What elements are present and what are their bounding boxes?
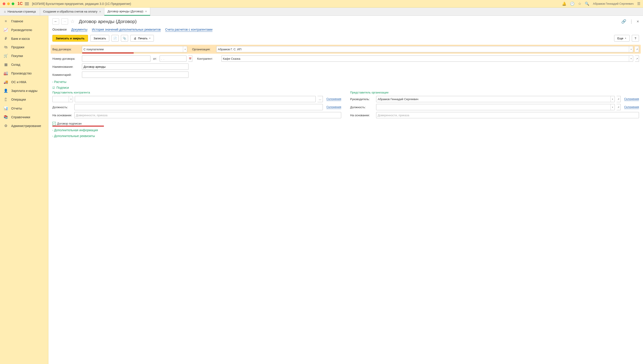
search-icon[interactable]: 🔍 <box>585 2 589 6</box>
help-button[interactable]: ? <box>632 35 639 42</box>
more-button[interactable]: Еще <box>614 35 629 42</box>
chevron-right-icon: › <box>52 80 53 83</box>
sidebar-label: Зарплата и кадры <box>11 89 37 92</box>
link-icon[interactable]: 🔗 <box>621 19 626 24</box>
rep-name-input[interactable] <box>75 96 316 102</box>
dropdown-icon[interactable]: ▾ <box>629 56 633 62</box>
favorite-star-icon[interactable]: ☆ <box>70 18 77 24</box>
bell-icon[interactable]: 🔔 <box>562 2 566 6</box>
tab-label: Создание и обработка счетов на оплату <box>43 10 97 13</box>
kebab-icon[interactable]: ⋮ <box>629 19 633 24</box>
calc-section-toggle[interactable]: ›Расчеты <box>52 80 639 84</box>
extra-info-toggle[interactable]: ›Дополнительная информация <box>52 128 639 132</box>
rep-title-select[interactable]: ▾ <box>52 96 73 102</box>
sidebar-item-admin[interactable]: ⚙Администрирование <box>0 122 48 130</box>
dropdown-icon[interactable]: ▾ <box>629 46 633 52</box>
attachment-button[interactable]: 📎 <box>121 35 128 42</box>
calendar-button[interactable]: 📅 <box>188 56 192 62</box>
print-button[interactable]: 🖨Печать <box>130 35 154 42</box>
org-basis-input[interactable] <box>376 112 639 118</box>
declension-link[interactable]: Склонения <box>624 97 639 101</box>
subnav-main[interactable]: Основное <box>52 28 67 32</box>
sidebar-item-reports[interactable]: 📊Отчеты <box>0 104 48 113</box>
open-head-button[interactable]: ↗ <box>616 96 621 102</box>
position-input[interactable] <box>74 104 323 110</box>
organization-select[interactable]: Абрамов Г. С. ИП ▾ <box>216 46 633 52</box>
sidebar: ≡Главное 📈Руководителю ₽Банк и касса 🛍Пр… <box>0 16 48 364</box>
sidebar-item-manager[interactable]: 📈Руководителю <box>0 26 48 34</box>
name-input[interactable] <box>82 64 188 70</box>
sidebar-item-operations[interactable]: Дт КтОперации <box>0 95 48 104</box>
user-name[interactable]: Абрамов Геннадий Сергеевич <box>593 2 633 5</box>
close-tab-icon[interactable]: × <box>145 10 147 13</box>
subnav-history[interactable]: История значений дополнительных реквизит… <box>92 28 160 32</box>
subnav-accounts[interactable]: Счета расчетов с контрагентами <box>165 28 212 32</box>
sidebar-item-main[interactable]: ≡Главное <box>0 17 48 26</box>
tab-home[interactable]: ⌂ Начальная страница <box>0 8 40 16</box>
close-page-icon[interactable]: × <box>636 19 639 24</box>
number-label: Номер договора: <box>52 57 80 60</box>
star-icon[interactable]: ☆ <box>578 2 581 6</box>
subnav-docs[interactable]: Документы <box>71 28 87 32</box>
factory-icon: 🏭 <box>4 71 8 75</box>
sidebar-item-production[interactable]: 🏭Производство <box>0 69 48 78</box>
tab-home-label: Начальная страница <box>8 10 36 13</box>
tab-contract[interactable]: Договор аренды (Договор) × <box>104 8 150 16</box>
content-area: ← → ☆ Договор аренды (Договор) 🔗 ⋮ × Осн… <box>48 16 643 364</box>
forward-button[interactable]: → <box>61 18 68 24</box>
chart-icon: 📈 <box>4 28 8 32</box>
date-input[interactable] <box>160 56 186 62</box>
signed-label: Договор подписан <box>57 122 82 125</box>
position-label: Должность: <box>350 106 374 109</box>
maximize-window-icon[interactable] <box>12 2 14 5</box>
close-window-icon[interactable] <box>3 2 5 5</box>
name-label: Наименование: <box>52 65 80 68</box>
org-rep-column: Представитель организации Руководитель: … <box>350 91 639 120</box>
declension-link[interactable]: Склонения <box>326 105 341 109</box>
from-label: от: <box>153 57 157 60</box>
printer-icon: 🖨 <box>134 37 137 40</box>
head-select[interactable]: Абрамов Геннадий Сергеевич ▾ <box>376 96 615 102</box>
minimize-window-icon[interactable] <box>7 2 10 5</box>
extra-req-toggle[interactable]: ›Дополнительные реквизиты <box>52 134 639 138</box>
org-value: Абрамов Г. С. ИП <box>218 48 241 51</box>
document-button[interactable]: 📄 <box>111 35 119 42</box>
basis-input[interactable] <box>74 112 341 118</box>
dropdown-icon[interactable]: ▾ <box>183 46 187 52</box>
save-button[interactable]: Записать <box>90 35 109 42</box>
comment-input[interactable] <box>82 72 188 78</box>
ruble-icon: ₽ <box>4 36 8 41</box>
sidebar-item-refs[interactable]: 📚Справочники <box>0 113 48 122</box>
sidebar-item-warehouse[interactable]: ▦Склад <box>0 60 48 69</box>
open-org-button[interactable]: ↗ <box>635 46 639 52</box>
signatures-section-toggle[interactable]: Подписи <box>52 86 639 90</box>
signed-checkbox[interactable]: ✓ <box>52 122 56 125</box>
contract-type-select[interactable]: С покупателем ▾ <box>82 46 187 52</box>
dropdown-icon[interactable]: ▾ <box>610 104 614 110</box>
dropdown-icon[interactable]: ▾ <box>69 96 73 102</box>
open-position-button[interactable]: ↗ <box>616 104 621 110</box>
close-tab-icon[interactable]: × <box>99 10 101 14</box>
settings-icon[interactable]: ☰ <box>637 2 640 6</box>
sidebar-label: Продажи <box>11 46 24 49</box>
dropdown-icon[interactable]: ▾ <box>610 96 614 102</box>
sidebar-item-assets[interactable]: 🚚ОС и НМА <box>0 78 48 86</box>
contractor-select[interactable]: Кафе Сказка ▾ <box>222 56 633 62</box>
save-close-button[interactable]: Записать и закрыть <box>52 35 88 42</box>
main-menu-icon[interactable] <box>25 2 29 6</box>
declension-link[interactable]: Склонения <box>326 97 341 101</box>
declension-link[interactable]: Склонения <box>624 105 639 109</box>
number-input[interactable] <box>82 56 150 62</box>
tab-invoices[interactable]: Создание и обработка счетов на оплату × <box>40 8 105 16</box>
back-button[interactable]: ← <box>52 18 59 24</box>
lookup-button[interactable]: … <box>317 96 323 102</box>
name-row: Наименование: <box>52 64 639 70</box>
person-icon: 👤 <box>4 88 8 93</box>
sidebar-item-purchases[interactable]: 🛒Покупки <box>0 52 48 60</box>
sidebar-item-sales[interactable]: 🛍Продажи <box>0 43 48 52</box>
history-icon[interactable]: 🕘 <box>570 2 574 6</box>
sidebar-item-bank[interactable]: ₽Банк и касса <box>0 34 48 43</box>
open-contractor-button[interactable]: ↗ <box>635 56 639 62</box>
org-position-select[interactable]: ▾ <box>376 104 615 110</box>
sidebar-item-salary[interactable]: 👤Зарплата и кадры <box>0 86 48 95</box>
